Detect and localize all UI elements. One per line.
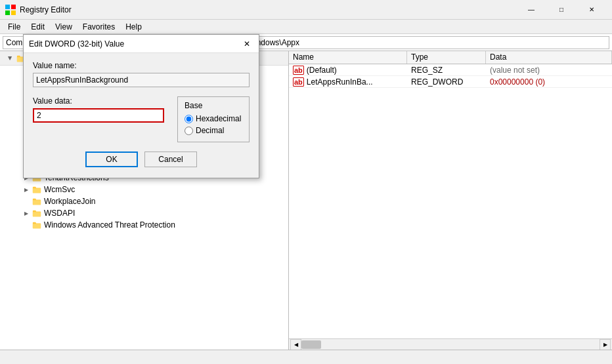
cell-name: ab LetAppsRunInBa... — [289, 77, 407, 87]
menu-view[interactable]: View — [50, 21, 77, 33]
scroll-left-button[interactable]: ◀ — [290, 339, 301, 350]
cell-type: REG_DWORD — [407, 77, 486, 87]
column-header-data[interactable]: Data — [486, 51, 612, 64]
svg-rect-2 — [5, 10, 10, 15]
decimal-label: Decimal — [196, 126, 224, 135]
window-controls: — □ ✕ — [516, 0, 607, 20]
menu-favorites[interactable]: Favorites — [77, 21, 120, 33]
value-data-input[interactable] — [33, 108, 164, 123]
dialog-body: Value name: Value data: Base Hexadecimal… — [24, 53, 259, 178]
dialog-title-bar: Edit DWORD (32-bit) Value ✕ — [24, 35, 259, 53]
minimize-button[interactable]: — — [516, 0, 546, 20]
dialog-close-button[interactable]: ✕ — [240, 37, 253, 51]
svg-rect-0 — [5, 5, 10, 9]
decimal-radio[interactable] — [185, 127, 193, 135]
form-section: Value data: Base Hexadecimal Decimal — [33, 96, 250, 142]
menu-help[interactable]: Help — [120, 21, 147, 33]
list-item[interactable]: ▶ WorkplaceJoin — [0, 195, 288, 207]
title-bar: Registry Editor — □ ✕ — [0, 0, 612, 20]
dialog-buttons: OK Cancel — [33, 152, 250, 170]
status-bar — [0, 350, 612, 364]
scroll-thumb[interactable] — [301, 340, 321, 349]
ok-button[interactable]: OK — [85, 152, 138, 167]
folder-icon — [32, 184, 42, 195]
menu-bar: File Edit View Favorites Help — [0, 20, 612, 34]
scroll-right-button[interactable]: ▶ — [600, 339, 611, 350]
table-row[interactable]: ab (Default) REG_SZ (value not set) — [289, 64, 612, 76]
menu-file[interactable]: File — [3, 21, 26, 33]
tree-item-label: Windows Advanced Threat Protection — [44, 220, 175, 230]
cell-data: 0x00000000 (0) — [486, 77, 612, 87]
edit-dword-dialog: Edit DWORD (32-bit) Value ✕ Value name: … — [23, 34, 259, 178]
hexadecimal-radio-label[interactable]: Hexadecimal — [185, 114, 242, 123]
value-data-label: Value data: — [33, 96, 164, 106]
tree-item-label: WSDAPI — [44, 209, 75, 218]
maximize-button[interactable]: □ — [546, 0, 577, 20]
list-item[interactable]: ▶ WcmSvc — [0, 184, 288, 195]
table-body: ab (Default) REG_SZ (value not set) ab L… — [289, 64, 612, 338]
cell-data: (value not set) — [486, 66, 612, 75]
hexadecimal-label: Hexadecimal — [196, 114, 241, 123]
svg-rect-1 — [11, 5, 16, 9]
list-item[interactable]: ▶ WSDAPI — [0, 207, 288, 219]
column-header-type[interactable]: Type — [407, 51, 486, 64]
column-header-name[interactable]: Name — [289, 51, 407, 64]
folder-icon — [32, 196, 42, 207]
value-name-input[interactable] — [33, 73, 250, 87]
svg-rect-3 — [11, 10, 16, 15]
tree-item-label: WcmSvc — [44, 185, 75, 194]
folder-icon — [32, 208, 42, 218]
dialog-title: Edit DWORD (32-bit) Value — [29, 39, 240, 49]
reg-ab-icon: ab — [293, 66, 304, 75]
value-data-group: Value data: — [33, 96, 164, 142]
horizontal-scrollbar[interactable]: ◀ ▶ — [289, 338, 612, 350]
base-label: Base — [185, 101, 242, 110]
cancel-button[interactable]: Cancel — [144, 152, 197, 167]
value-name: (Default) — [307, 66, 337, 75]
app-icon — [5, 5, 16, 15]
right-panel: Name Type Data ab (Default) REG_SZ (valu… — [289, 51, 612, 350]
menu-edit[interactable]: Edit — [26, 21, 50, 33]
table-header: Name Type Data — [289, 51, 612, 64]
window-title: Registry Editor — [20, 5, 516, 14]
table-row[interactable]: ab LetAppsRunInBa... REG_DWORD 0x0000000… — [289, 76, 612, 88]
value-name: LetAppsRunInBa... — [307, 77, 373, 87]
tree-arrow-icon: ▶ — [21, 184, 32, 195]
value-name-label: Value name: — [33, 61, 250, 70]
tree-item-label: WorkplaceJoin — [44, 197, 95, 206]
list-item[interactable]: ▶ Windows Advanced Threat Protection — [0, 219, 288, 231]
base-box: Base Hexadecimal Decimal — [177, 96, 250, 142]
base-group: Base Hexadecimal Decimal — [177, 96, 250, 142]
cell-name: ab (Default) — [289, 66, 407, 75]
close-button[interactable]: ✕ — [577, 0, 607, 20]
tree-arrow-icon: ▶ — [21, 208, 32, 218]
decimal-radio-label[interactable]: Decimal — [185, 126, 242, 135]
hexadecimal-radio[interactable] — [185, 115, 193, 123]
tree-header-arrow: ▶ — [5, 53, 16, 64]
reg-ab-icon: ab — [293, 77, 304, 87]
cell-type: REG_SZ — [407, 66, 486, 75]
folder-icon — [32, 220, 42, 230]
